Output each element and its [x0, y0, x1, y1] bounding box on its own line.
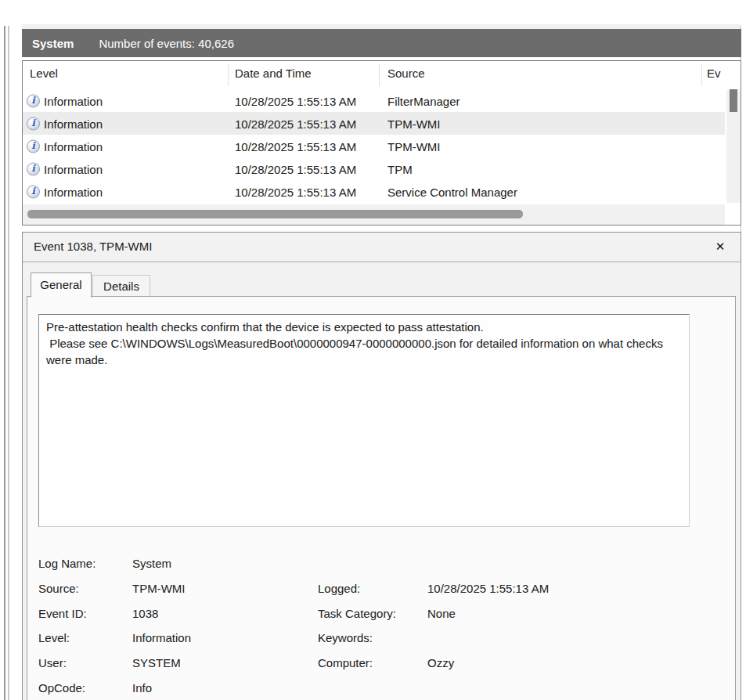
- event-table-row[interactable]: i Information 10/28/2025 1:55:13 AM TPM-…: [23, 135, 725, 157]
- field-label: Log Name:: [38, 557, 132, 570]
- column-header-event-id[interactable]: Ev: [707, 67, 721, 80]
- row-level: Information: [44, 94, 103, 107]
- preview-title: Event 1038, TPM-WMI: [34, 240, 152, 253]
- detail-field-row: Level: Information Keywords:: [38, 626, 727, 651]
- field-value: Ozzy: [427, 656, 727, 669]
- vertical-scrollbar[interactable]: [726, 89, 741, 203]
- field-value: 10/28/2025 1:55:13 AM: [427, 582, 727, 595]
- column-separator[interactable]: [228, 64, 229, 86]
- field-label: Source:: [38, 582, 132, 595]
- information-icon: i: [27, 162, 40, 175]
- log-header-bar: System Number of events: 40,626: [22, 29, 741, 57]
- field-label: Computer:: [318, 656, 427, 669]
- close-icon[interactable]: ✕: [712, 239, 728, 254]
- event-preview-pane: Event 1038, TPM-WMI ✕ General Details Pr…: [22, 232, 741, 700]
- field-label: Task Category:: [318, 607, 427, 620]
- event-table-row[interactable]: i Information 10/28/2025 1:55:13 AM Filt…: [23, 89, 725, 112]
- tab-details[interactable]: Details: [92, 275, 150, 297]
- column-header-source[interactable]: Source: [387, 67, 425, 80]
- row-level: Information: [44, 117, 103, 130]
- row-source: Service Control Manager: [387, 185, 517, 198]
- tab-general[interactable]: General: [31, 272, 92, 298]
- event-table-row[interactable]: i Information 10/28/2025 1:55:13 AM Serv…: [23, 180, 725, 203]
- field-label: Event ID:: [38, 607, 132, 620]
- vertical-scrollbar-thumb[interactable]: [730, 89, 737, 112]
- row-date-and-time: 10/28/2025 1:55:13 AM: [235, 117, 356, 130]
- row-date-and-time: 10/28/2025 1:55:13 AM: [235, 94, 356, 107]
- row-source: TPM-WMI: [387, 117, 440, 130]
- information-icon: i: [27, 117, 40, 130]
- field-value: SYSTEM: [132, 656, 318, 669]
- row-source: TPM-WMI: [387, 139, 440, 153]
- information-icon: i: [27, 139, 40, 153]
- horizontal-scrollbar-thumb[interactable]: [27, 210, 523, 218]
- row-level: Information: [44, 162, 103, 175]
- event-table-row[interactable]: i Information 10/28/2025 1:55:13 AM TPM-…: [23, 112, 725, 135]
- field-label: User:: [38, 656, 132, 669]
- field-value: 1038: [132, 607, 318, 620]
- tree-pane-divider[interactable]: [4, 26, 5, 700]
- event-rows: i Information 10/28/2025 1:55:13 AM Filt…: [23, 89, 725, 203]
- horizontal-scrollbar[interactable]: [23, 204, 725, 225]
- field-label: Keywords:: [318, 631, 427, 644]
- event-table-row[interactable]: i Information 10/28/2025 1:55:13 AM TPM: [23, 157, 725, 180]
- information-icon: i: [27, 185, 40, 198]
- row-date-and-time: 10/28/2025 1:55:13 AM: [235, 139, 356, 153]
- event-list-table: Level Date and Time Source Ev i Informat…: [22, 60, 741, 226]
- event-viewer-screen: System Number of events: 40,626 Level Da…: [0, 0, 746, 700]
- field-value: Information: [132, 631, 318, 644]
- general-tab-page: Pre-attestation health checks confirm th…: [27, 296, 736, 700]
- detail-field-row: OpCode: Info: [38, 675, 727, 700]
- column-header-level[interactable]: Level: [30, 67, 58, 80]
- tree-pane-divider-highlight: [8, 26, 9, 700]
- field-value: TPM-WMI: [132, 582, 318, 595]
- event-detail-fields: Log Name: System Source: TPM-WMI Logged:…: [38, 551, 727, 700]
- row-level: Information: [44, 139, 103, 153]
- information-icon: i: [27, 94, 40, 107]
- detail-field-row: Source: TPM-WMI Logged: 10/28/2025 1:55:…: [38, 576, 727, 601]
- field-value: None: [427, 607, 727, 620]
- field-value: System: [132, 557, 318, 570]
- field-label: Level:: [38, 631, 132, 644]
- row-date-and-time: 10/28/2025 1:55:13 AM: [235, 185, 356, 198]
- detail-field-row: Log Name: System: [38, 551, 727, 576]
- column-separator[interactable]: [379, 64, 380, 86]
- row-date-and-time: 10/28/2025 1:55:13 AM: [235, 162, 356, 175]
- row-source: TPM: [387, 162, 413, 175]
- column-header-date-and-time[interactable]: Date and Time: [235, 67, 312, 80]
- field-label: Logged:: [318, 582, 427, 595]
- log-name-label: System: [32, 37, 74, 50]
- detail-field-row: User: SYSTEM Computer: Ozzy: [38, 651, 727, 676]
- row-level: Information: [44, 185, 103, 198]
- column-separator[interactable]: [701, 64, 702, 86]
- detail-field-row: Event ID: 1038 Task Category: None: [38, 601, 727, 626]
- row-source: FilterManager: [387, 94, 460, 107]
- field-label: OpCode:: [38, 681, 132, 695]
- event-description[interactable]: Pre-attestation health checks confirm th…: [38, 314, 690, 527]
- column-header-row: Level Date and Time Source Ev: [23, 61, 739, 89]
- preview-title-row: Event 1038, TPM-WMI ✕: [23, 233, 741, 262]
- field-value: Info: [132, 681, 318, 695]
- event-count-label: Number of events: 40,626: [99, 37, 234, 50]
